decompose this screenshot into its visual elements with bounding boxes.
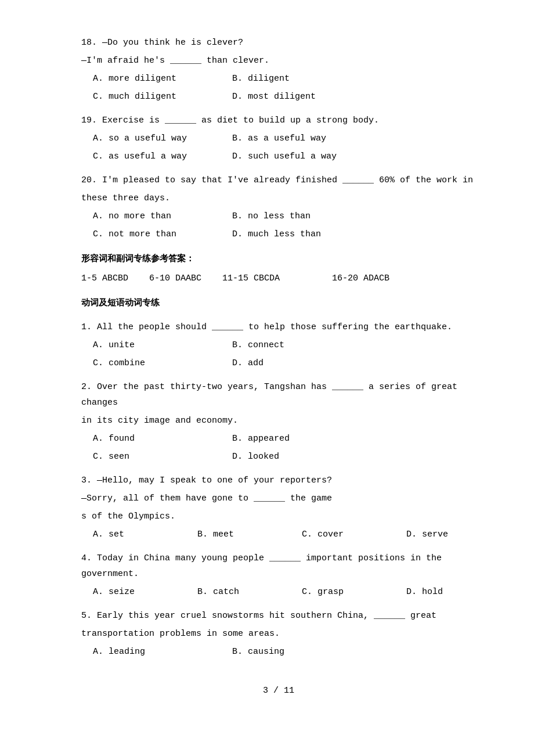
verb-question-2-options-row1: A. found B. appeared: [93, 431, 476, 447]
question-19-options-row2: C. as useful a way D. such useful a way: [93, 149, 476, 164]
option-v1-d: D. add: [232, 355, 337, 371]
verb-question-5-line2: transportation problems in some areas.: [81, 626, 476, 642]
option-v4-c: C. grasp: [302, 584, 371, 600]
verb-question-4-options-row1: A. seize B. catch C. grasp D. hold: [93, 584, 476, 600]
option-v3-c: C. cover: [302, 527, 371, 542]
question-19: 19. Exercise is ______ as diet to build …: [81, 113, 476, 164]
answer-row-1: 1-5 ABCBD 6-10 DAABC 11-15 CBCDA 16-20 A…: [81, 271, 476, 286]
verb-question-2-line2: in its city image and economy.: [81, 413, 476, 429]
option-v3-b: B. meet: [197, 527, 267, 542]
option-18-d: D. most diligent: [232, 89, 337, 105]
option-v3-d: D. serve: [406, 527, 476, 542]
question-20-line1: 20. I'm pleased to say that I've already…: [81, 172, 476, 188]
verb-question-3: 3. —Hello, may I speak to one of your re…: [81, 473, 476, 542]
option-v2-d: D. looked: [232, 449, 337, 465]
option-19-a: A. so a useful way: [93, 131, 197, 146]
verb-question-1-options-row2: C. combine D. add: [93, 355, 476, 371]
verb-question-5-line1: 5. Early this year cruel snowstorms hit …: [81, 608, 476, 624]
option-20-d: D. much less than: [232, 226, 337, 242]
verb-question-3-line2: —Sorry, all of them have gone to ______ …: [81, 491, 476, 506]
option-v1-c: C. combine: [93, 355, 197, 371]
verb-question-4: 4. Today in China many young people ____…: [81, 550, 476, 600]
question-20: 20. I'm pleased to say that I've already…: [81, 172, 476, 242]
question-19-options-row1: A. so a useful way B. as a useful way: [93, 131, 476, 146]
option-v4-b: B. catch: [197, 584, 267, 600]
option-v1-a: A. unite: [93, 337, 197, 353]
question-20-line2: these three days.: [81, 190, 476, 206]
option-20-b: B. no less than: [232, 208, 337, 224]
option-v2-b: B. appeared: [232, 431, 337, 447]
verb-question-3-options-row1: A. set B. meet C. cover D. serve: [93, 527, 476, 542]
verb-question-3-line3: s of the Olympics.: [81, 509, 476, 524]
page-number: 3 / 11: [81, 683, 476, 699]
question-18-options-row1: A. more diligent B. diligent: [93, 71, 476, 87]
option-v4-a: A. seize: [93, 584, 163, 600]
verb-question-2-options-row2: C. seen D. looked: [93, 449, 476, 465]
verb-question-1: 1. All the people should ______ to help …: [81, 319, 476, 371]
page-number-label: 3 / 11: [263, 686, 294, 696]
verb-question-5-options-row1: A. leading B. causing: [93, 644, 476, 660]
verb-question-3-line1: 3. —Hello, may I speak to one of your re…: [81, 473, 476, 488]
option-18-a: A. more diligent: [93, 71, 197, 87]
verb-question-5: 5. Early this year cruel snowstorms hit …: [81, 608, 476, 660]
option-v2-a: A. found: [93, 431, 197, 447]
question-18-options-row2: C. much diligent D. most diligent: [93, 89, 476, 105]
question-20-options-row2: C. not more than D. much less than: [93, 226, 476, 242]
question-20-options-row1: A. no more than B. no less than: [93, 208, 476, 224]
option-18-b: B. diligent: [232, 71, 337, 87]
option-v5-a: A. leading: [93, 644, 197, 660]
question-19-line1: 19. Exercise is ______ as diet to build …: [81, 113, 476, 128]
option-19-d: D. such useful a way: [232, 149, 337, 164]
option-v5-b: B. causing: [232, 644, 337, 660]
answer-section: 形容词和副词专练参考答案： 1-5 ABCBD 6-10 DAABC 11-15…: [81, 251, 476, 286]
verb-question-2: 2. Over the past thirty-two years, Tangs…: [81, 379, 476, 465]
question-18: 18. —Do you think he is clever? —I'm afr…: [81, 35, 476, 105]
option-v1-b: B. connect: [232, 337, 337, 353]
option-20-a: A. no more than: [93, 208, 197, 224]
question-18-line1: 18. —Do you think he is clever?: [81, 35, 476, 51]
question-18-line2: —I'm afraid he's ______ than clever.: [81, 53, 476, 69]
verb-question-2-line1: 2. Over the past thirty-two years, Tangs…: [81, 379, 476, 411]
option-19-b: B. as a useful way: [232, 131, 337, 146]
option-19-c: C. as useful a way: [93, 149, 197, 164]
answer-section-title: 形容词和副词专练参考答案：: [81, 251, 476, 267]
verb-question-1-line1: 1. All the people should ______ to help …: [81, 319, 476, 335]
option-20-c: C. not more than: [93, 226, 197, 242]
verb-section-title: 动词及短语动词专练: [81, 296, 476, 311]
verb-question-1-options-row1: A. unite B. connect: [93, 337, 476, 353]
option-v4-d: D. hold: [406, 584, 476, 600]
option-18-c: C. much diligent: [93, 89, 197, 105]
new-section-title-block: 动词及短语动词专练: [81, 296, 476, 311]
option-v3-a: A. set: [93, 527, 163, 542]
verb-question-4-line1: 4. Today in China many young people ____…: [81, 550, 476, 582]
option-v2-c: C. seen: [93, 449, 197, 465]
